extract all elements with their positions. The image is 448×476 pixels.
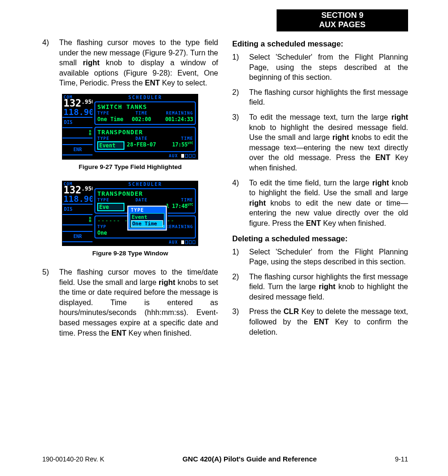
- page-footer: 190-00140-20 Rev. K GNC 420(A) Pilot's G…: [42, 455, 408, 463]
- figure-9-28: COM 132.950 118.900 DIS nm ENR SCHEDULER…: [62, 181, 198, 246]
- step-4-text: The flashing cursor moves to the type fi…: [59, 38, 218, 88]
- enr-cell: ENR: [62, 145, 93, 155]
- deleting-heading: Deleting a scheduled message:: [232, 234, 409, 243]
- content: 4) The flashing cursor moves to the type…: [42, 38, 408, 344]
- footer-right: 9-11: [395, 455, 408, 463]
- type-window-popup: TYPE Event One Time: [127, 206, 167, 231]
- fig28-sidebar: COM 132.950 118.900 DIS nm ENR: [62, 181, 93, 246]
- popup-opt-event: Event: [131, 215, 163, 221]
- edit-step-1: 1) Select 'Scheduler' from the Flight Pl…: [232, 52, 409, 83]
- aux-footer: AUX: [93, 153, 198, 159]
- nm-cell: nm: [62, 128, 93, 138]
- edit-step-2: 2) The flashing cursor highlights the fi…: [232, 87, 409, 107]
- scheduler-title: SCHEDULER: [93, 94, 198, 100]
- com-standby: 118.900: [62, 108, 93, 118]
- panel-switch-tanks: SWITCH TANKS TYPETIMEREMAINING One Time0…: [94, 101, 196, 125]
- left-column: 4) The flashing cursor moves to the type…: [42, 38, 218, 344]
- figure-9-28-caption: Figure 9-28 Type Window: [42, 250, 218, 257]
- panel-transponder: TRANSPONDER TYPEDATETIME Event28-FEB-071…: [94, 127, 196, 152]
- del-step-2: 2) The flashing cursor highlights the fi…: [232, 272, 409, 302]
- figure-9-27: COM 132.950 118.900 DIS nm ENR SCHEDULER…: [62, 94, 198, 160]
- deleting-steps: 1) Select 'Scheduler' from the Flight Pl…: [232, 247, 409, 338]
- scroll-indicator-icon: [163, 225, 165, 228]
- popup-opt-onetime: One Time: [131, 221, 163, 228]
- step-4: 4) The flashing cursor moves to the type…: [42, 38, 218, 88]
- dis-cell: DIS: [62, 118, 93, 128]
- right-column: Editing a scheduled message: 1) Select '…: [232, 38, 409, 344]
- editing-steps: 1) Select 'Scheduler' from the Flight Pl…: [232, 52, 409, 229]
- left-steps-top: 4) The flashing cursor moves to the type…: [42, 38, 218, 88]
- del-step-3: 3) Press the CLR Key to delete the messa…: [232, 307, 409, 337]
- footer-left: 190-00140-20 Rev. K: [42, 455, 104, 463]
- step-5: 5) The flashing cursor moves to the time…: [42, 267, 218, 338]
- type-field-highlighted: Event: [97, 141, 124, 150]
- section-header-line1: SECTION 9: [277, 11, 408, 20]
- nm-label: nm: [64, 130, 91, 136]
- section-header-line2: AUX PAGES: [277, 20, 408, 30]
- step-4-num: 4): [42, 38, 59, 88]
- edit-step-4: 4) To edit the time field, turn the larg…: [232, 178, 409, 229]
- footer-mid: GNC 420(A) Pilot's Guide and Reference: [182, 455, 317, 463]
- editing-heading: Editing a scheduled message:: [232, 39, 409, 48]
- fig27-sidebar: COM 132.950 118.900 DIS nm ENR: [62, 94, 93, 159]
- edit-step-3: 3) To edit the message text, turn the la…: [232, 112, 409, 173]
- popup-title: TYPE: [130, 208, 164, 213]
- section-header: SECTION 9 AUX PAGES: [277, 9, 408, 31]
- left-steps-bottom: 5) The flashing cursor moves to the time…: [42, 267, 218, 338]
- figure-9-27-caption: Figure 9-27 Type Field Highlighted: [42, 163, 218, 170]
- del-step-1: 1) Select 'Scheduler' from the Flight Pl…: [232, 247, 409, 267]
